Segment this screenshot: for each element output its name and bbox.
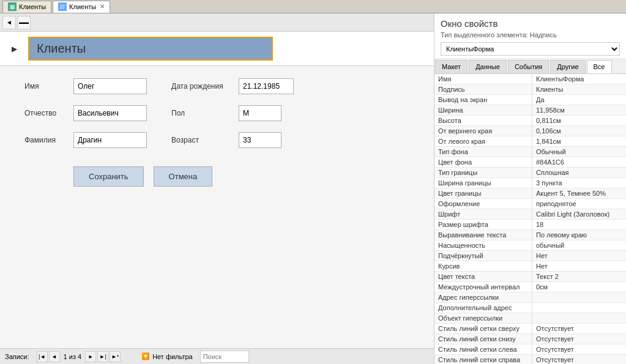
- property-row: От левого края1,841см: [434, 136, 626, 147]
- tab-label-1: Клиенты: [19, 3, 46, 10]
- prop-value: Отсутствует: [532, 355, 626, 364]
- prop-value: Отсутствует: [532, 344, 626, 354]
- prop-value: приподнятое: [532, 199, 626, 209]
- tab-all[interactable]: Все: [587, 60, 612, 73]
- prop-value: [532, 313, 626, 323]
- properties-table: ИмяКлиентыФормаПодписьКлиентыВывод на эк…: [434, 74, 626, 364]
- property-row: Тип границыСплошная: [434, 168, 626, 178]
- prop-name: Курсив: [434, 261, 532, 271]
- property-row: Ширина11,958см: [434, 105, 626, 116]
- age-input[interactable]: [239, 132, 281, 148]
- filter-area: 🔽 Нет фильтра: [141, 352, 193, 360]
- prop-name: Тип границы: [434, 168, 532, 177]
- prop-value: Обычный: [532, 147, 626, 157]
- nav-last-button[interactable]: ►|: [97, 351, 108, 362]
- property-row: ШрифтCalibri Light (Заголовок): [434, 209, 626, 220]
- name-label: Имя: [24, 82, 73, 91]
- property-row: Стиль линий сетки слеваОтсутствует: [434, 344, 626, 355]
- prop-name: От верхнего края: [434, 126, 532, 136]
- prop-name: Объект гиперссылки: [434, 313, 532, 323]
- close-icon[interactable]: ✕: [100, 3, 105, 10]
- prop-value: [532, 303, 626, 313]
- prop-value: 0,811см: [532, 116, 626, 125]
- prop-value: Нет: [532, 261, 626, 271]
- prop-value: Отсутствует: [532, 324, 626, 333]
- form-row-surname: Фамилия Возраст: [24, 132, 409, 148]
- tab-events[interactable]: События: [508, 60, 549, 73]
- prop-value: [532, 292, 626, 302]
- nav-new-button[interactable]: ►*: [110, 351, 121, 362]
- prop-value: 11,958см: [532, 105, 626, 115]
- filter-label: Нет фильтра: [152, 353, 193, 360]
- property-row: ПодписьКлиенты: [434, 84, 626, 95]
- prop-name: Междустрочный интервал: [434, 282, 532, 292]
- prop-value: Calibri Light (Заголовок): [532, 209, 626, 219]
- tab-klients-2[interactable]: ⊟ Клиенты ✕: [53, 1, 110, 13]
- gender-input[interactable]: [239, 105, 281, 121]
- tab-other[interactable]: Другие: [550, 60, 585, 73]
- property-row: От верхнего края0,106см: [434, 126, 626, 136]
- prop-value: Отсутствует: [532, 334, 626, 344]
- prop-name: Высота: [434, 116, 532, 125]
- age-label: Возраст: [171, 136, 239, 144]
- prop-name: Цвет текста: [434, 272, 532, 281]
- property-row: Цвет границыАкцент 5, Темнее 50%: [434, 188, 626, 199]
- toolbar-nav-button[interactable]: ◄: [2, 16, 16, 29]
- prop-name: Насыщенность: [434, 240, 532, 250]
- form-panel: ◄ ▬▬ ▶ Клиенты Имя Дата рождения Отчеств…: [0, 13, 434, 364]
- property-row: Размер шрифта18: [434, 220, 626, 230]
- records-label: Записи:: [5, 353, 29, 360]
- cancel-button[interactable]: Отмена: [154, 166, 213, 187]
- patronymic-input[interactable]: [73, 105, 147, 121]
- birthdate-label: Дата рождения: [171, 82, 239, 91]
- surname-label: Фамилия: [24, 136, 73, 144]
- prop-name: Тип фона: [434, 147, 532, 157]
- form-title: Клиенты: [28, 37, 273, 61]
- save-button[interactable]: Сохранить: [73, 166, 144, 187]
- nav-controls: |◄ ◄ 1 из 4 ► ►| ►*: [37, 351, 121, 362]
- property-row: Стиль линий сетки снизуОтсутствует: [434, 334, 626, 344]
- status-bar: Записи: |◄ ◄ 1 из 4 ► ►| ►* 🔽 Нет фильтр…: [0, 348, 434, 364]
- property-row: Цвет фона#84A1C6: [434, 157, 626, 168]
- tab-data[interactable]: Данные: [469, 60, 507, 73]
- toolbar: ◄ ▬▬: [0, 13, 434, 32]
- property-row: Насыщенностьобычный: [434, 240, 626, 251]
- prop-name: Стиль линий сетки слева: [434, 344, 532, 354]
- properties-header: Окно свойств Тип выделенного элемента: Н…: [434, 13, 626, 59]
- prop-value: По левому краю: [532, 230, 626, 240]
- search-input[interactable]: [200, 351, 249, 363]
- property-row: Тип фонаОбычный: [434, 147, 626, 157]
- property-row: Стиль линий сетки справаОтсутствует: [434, 355, 626, 364]
- prop-name: Подчёркнутый: [434, 251, 532, 261]
- nav-first-button[interactable]: |◄: [37, 351, 48, 362]
- prop-name: От левого края: [434, 136, 532, 146]
- prop-value: Нет: [532, 251, 626, 261]
- prop-name: Размер шрифта: [434, 220, 532, 229]
- prop-name: Цвет границы: [434, 188, 532, 198]
- prop-value: Сплошная: [532, 168, 626, 177]
- property-row: Объект гиперссылки: [434, 313, 626, 324]
- property-row: ИмяКлиентыФорма: [434, 74, 626, 84]
- property-tabs: Макет Данные События Другие Все: [434, 59, 626, 74]
- toolbar-view-button[interactable]: ▬▬: [17, 16, 31, 29]
- property-row: Адрес гиперссылки: [434, 292, 626, 303]
- prop-name: Ширина: [434, 105, 532, 115]
- prop-value: 0см: [532, 282, 626, 292]
- nav-next-button[interactable]: ►: [85, 351, 96, 362]
- properties-dropdown[interactable]: КлиентыФорма: [441, 42, 620, 56]
- tab-klients-1[interactable]: ▦ Клиенты: [2, 1, 51, 13]
- nav-prev-button[interactable]: ◄: [49, 351, 60, 362]
- prop-name: Шрифт: [434, 209, 532, 219]
- birthdate-input[interactable]: [239, 78, 294, 94]
- nav-info: 1 из 4: [61, 353, 84, 360]
- property-row: Междустрочный интервал0см: [434, 282, 626, 292]
- form-icon: ⊟: [58, 2, 67, 11]
- nav-arrow[interactable]: ▶: [10, 45, 18, 53]
- prop-name: Стиль линий сетки справа: [434, 355, 532, 364]
- tab-layout[interactable]: Макет: [435, 60, 468, 73]
- form-row-patronymic: Отчество Пол: [24, 105, 409, 121]
- prop-name: Подпись: [434, 84, 532, 94]
- prop-name: Адрес гиперссылки: [434, 292, 532, 302]
- name-input[interactable]: [73, 78, 147, 94]
- surname-input[interactable]: [73, 132, 147, 148]
